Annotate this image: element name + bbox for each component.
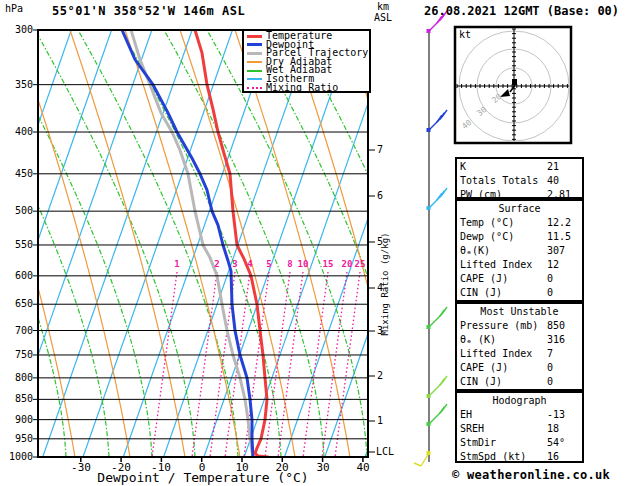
hodograph-unit-label: kt [459, 29, 471, 40]
pressure-tick-label: 500 [2, 205, 33, 216]
pressure-tick-label: 450 [2, 168, 33, 179]
legend-box: Temperature Dewpoint Parcel Trajectory D… [242, 29, 371, 93]
pressure-tick-label: 400 [2, 126, 33, 137]
stats-row-label: Lifted Index [460, 348, 532, 359]
stats-row-label: θₑ (K) [460, 334, 496, 345]
stats-row-label: CIN (J) [460, 287, 502, 298]
valid-datetime: 26.08.2021 12GMT (Base: 00) [424, 4, 619, 18]
stats-row-value: 316 [547, 334, 565, 345]
pressure-tick-label: 950 [2, 433, 33, 444]
mixing-ratio-value-label: 1 [169, 259, 185, 269]
mixing-ratio-value-label: 5 [261, 259, 277, 269]
legend-line-sample [247, 61, 262, 63]
pressure-tick-label: 550 [2, 239, 33, 250]
pressure-tick-label: 900 [2, 414, 33, 425]
pressure-axis-unit: hPa [5, 3, 23, 14]
credit-line: © weatheronline.co.uk [452, 468, 610, 482]
wind-barb-column [414, 11, 447, 466]
pressure-tick-label: 600 [2, 270, 33, 281]
stats-row-value: 0 [547, 376, 553, 387]
stats-row-value: 307 [547, 245, 565, 256]
stats-row-value: 12.2 [547, 217, 571, 228]
stats-row-value: 0 [547, 273, 553, 284]
temp-tick-label: -10 [141, 461, 181, 474]
stats-row-label: StmDir [460, 437, 496, 448]
parcel-trajectory-curve [131, 30, 253, 457]
km-tick-label: 6 [377, 190, 399, 201]
pressure-gridlines [33, 30, 368, 457]
stats-row-label: CAPE (J) [460, 273, 508, 284]
stats-row-value: 12 [547, 259, 559, 270]
stats-section-header: Surface [455, 203, 584, 214]
stats-row-label: StmSpd (kt) [460, 451, 526, 462]
stats-row-label: Temp (°C) [460, 217, 514, 228]
stats-row-value: 0 [547, 287, 553, 298]
mixing-ratio-value-label: 10 [295, 259, 311, 269]
stats-section-header: Hodograph [455, 395, 584, 406]
stats-section-header: Most Unstable [455, 306, 584, 317]
pressure-tick-label: 700 [2, 325, 33, 336]
pressure-tick-label: 850 [2, 393, 33, 404]
stats-row-value: 18 [547, 423, 559, 434]
altitude-axis-unit-asl: ASL [374, 12, 392, 23]
station-title: 55°01'N 358°52'W 146m ASL [52, 4, 245, 18]
legend-line-sample [247, 43, 262, 46]
stats-row-value: 21 [547, 161, 559, 172]
temp-tick-label: -30 [61, 461, 101, 474]
stats-row-value: 54° [547, 437, 565, 448]
mixing-ratio-value-label: 3 [227, 259, 243, 269]
stats-row-value: 40 [547, 175, 559, 186]
hodograph-origin-marker [512, 79, 517, 85]
pressure-tick-label: 350 [2, 79, 33, 90]
stats-row-value: 16 [547, 451, 559, 462]
skewt-sounding-page: hPa 55°01'N 358°52'W 146m ASL km ASL 26.… [0, 0, 629, 486]
km-axis-ticks [369, 150, 375, 452]
stats-row-label: K [460, 161, 466, 172]
pressure-tick-label: 750 [2, 349, 33, 360]
dewpoint-curve [122, 30, 253, 457]
stats-row-value: 7 [547, 348, 553, 359]
stats-row-label: Pressure (mb) [460, 320, 538, 331]
stats-row-label: EH [460, 409, 472, 420]
legend-line-sample [247, 35, 262, 38]
pressure-tick-label: 800 [2, 372, 33, 383]
lcl-label: LCL [376, 446, 394, 457]
mixing-ratio-value-label: 4 [242, 259, 258, 269]
temp-tick-label: 20 [262, 461, 302, 474]
temp-tick-label: 30 [303, 461, 343, 474]
mixing-ratio-value-label: 2 [209, 259, 225, 269]
altitude-axis-unit-km: km [377, 1, 389, 12]
mixing-ratio-value-label: 15 [320, 259, 336, 269]
km-tick-label: 5 [377, 236, 399, 247]
stats-row-label: Dewp (°C) [460, 231, 514, 242]
km-tick-label: 2 [377, 370, 399, 381]
stats-row-label: CIN (J) [460, 376, 502, 387]
stats-row-label: θₑ(K) [460, 245, 490, 256]
legend-label: Mixing Ratio [266, 84, 338, 93]
pressure-tick-label: 300 [2, 24, 33, 35]
temp-tick-label: 10 [222, 461, 262, 474]
temp-tick-label: 40 [343, 461, 383, 474]
pressure-tick-label: 1000 [2, 451, 33, 462]
stats-row-label: SREH [460, 423, 484, 434]
mixing-ratio-value-label: 25 [352, 259, 368, 269]
pressure-tick-label: 650 [2, 298, 33, 309]
legend-row-mixing-ratio: Mixing Ratio [247, 84, 369, 93]
stats-row-value: 11.5 [547, 231, 571, 242]
stats-row-label: Lifted Index [460, 259, 532, 270]
legend-line-sample [247, 52, 262, 55]
km-tick-label: 1 [377, 415, 399, 426]
stats-row-value: 850 [547, 320, 565, 331]
temp-tick-label: 0 [182, 461, 222, 474]
temp-tick-label: -20 [101, 461, 141, 474]
stats-row-value: -13 [547, 409, 565, 420]
temperature-curve [195, 30, 268, 457]
km-tick-label: 3 [377, 325, 399, 336]
legend-line-sample [247, 70, 262, 72]
stats-row-value: 0 [547, 362, 553, 373]
km-tick-label: 4 [377, 282, 399, 293]
stats-row-label: CAPE (J) [460, 362, 508, 373]
legend-line-sample [247, 78, 262, 80]
stats-row-label: Totals Totals [460, 175, 538, 186]
km-tick-label: 7 [377, 144, 399, 155]
